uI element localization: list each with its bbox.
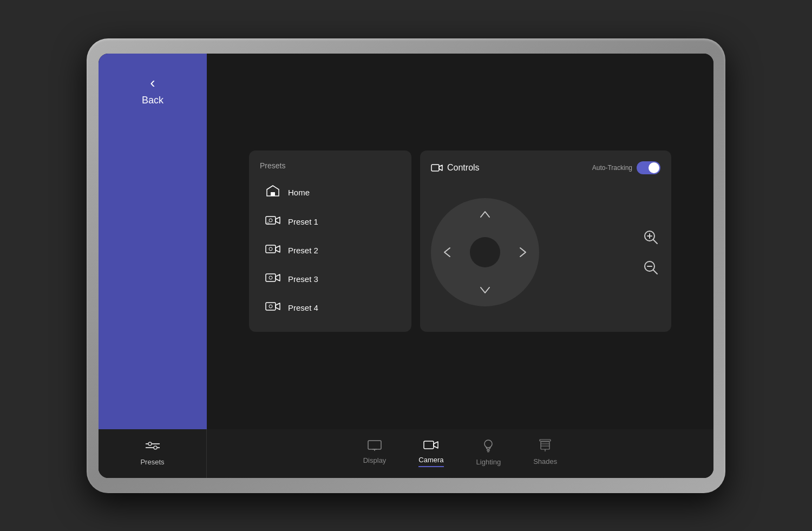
home-camera-icon	[265, 185, 280, 200]
back-label: Back	[142, 95, 163, 106]
lighting-tab-icon	[482, 438, 494, 455]
zoom-buttons	[641, 227, 660, 277]
zoom-out-button[interactable]	[641, 258, 660, 277]
camera-preset4-icon	[265, 301, 280, 314]
presets-panel: Presets	[249, 150, 411, 332]
controls-header: Controls Auto-Tracking	[431, 161, 660, 174]
svg-rect-6	[266, 274, 276, 281]
dpad-left-button[interactable]	[438, 244, 456, 261]
preset-2-label: Preset 2	[288, 246, 318, 255]
device-screen: ‹ Back Presets	[99, 54, 713, 478]
display-tab-icon	[368, 440, 382, 453]
svg-point-20	[148, 442, 152, 445]
toggle-knob	[649, 162, 659, 173]
auto-tracking-group: Auto-Tracking	[592, 161, 660, 174]
controls-panel: Controls Auto-Tracking	[420, 150, 671, 332]
zoom-in-button[interactable]	[641, 227, 660, 247]
dpad-down-button[interactable]	[476, 281, 494, 299]
nav-tabs: Display Camera	[207, 438, 713, 468]
svg-line-17	[653, 270, 657, 274]
preset-item-home[interactable]: Home	[260, 179, 401, 206]
nav-tab-camera[interactable]: Camera	[418, 440, 443, 467]
svg-rect-29	[540, 440, 551, 441]
content-area: Presets	[207, 54, 713, 429]
preset-item-4[interactable]: Preset 4	[260, 294, 401, 321]
sidebar: ‹ Back	[99, 54, 207, 429]
svg-rect-8	[266, 303, 276, 310]
dpad-area	[431, 183, 660, 321]
nav-tab-shades[interactable]: Shades	[533, 439, 557, 468]
svg-rect-30	[541, 442, 549, 449]
camera-preset1-icon: ①	[265, 215, 280, 228]
dpad-up-button[interactable]	[476, 206, 494, 223]
preset-1-label: Preset 1	[288, 217, 318, 226]
back-button[interactable]: ‹ Back	[142, 75, 163, 106]
preset-item-2[interactable]: Preset 2	[260, 237, 401, 264]
dpad-right-button[interactable]	[514, 244, 532, 261]
camera-preset3-icon	[265, 272, 280, 286]
svg-point-9	[269, 305, 272, 308]
nav-presets-label: Presets	[140, 458, 164, 466]
preset-item-1[interactable]: ① Preset 1	[260, 208, 401, 235]
panels-row: Presets	[249, 150, 671, 332]
svg-rect-0	[271, 192, 275, 196]
shades-tab-icon	[539, 439, 551, 454]
back-chevron-icon: ‹	[150, 75, 155, 90]
svg-rect-25	[424, 441, 434, 449]
svg-text:①: ①	[266, 221, 270, 225]
preset-item-3[interactable]: Preset 3	[260, 266, 401, 292]
device-frame: ‹ Back Presets	[87, 38, 725, 493]
main-area: ‹ Back Presets	[99, 54, 713, 429]
camera-preset2-icon	[265, 244, 280, 257]
svg-rect-22	[368, 441, 381, 449]
camera-tab-icon	[423, 440, 438, 453]
dpad-circle	[431, 198, 539, 306]
preset-3-label: Preset 3	[288, 274, 318, 284]
auto-tracking-toggle[interactable]	[637, 161, 660, 174]
preset-list: Home ①	[260, 179, 401, 321]
svg-point-5	[269, 247, 272, 251]
lighting-tab-label: Lighting	[476, 458, 501, 466]
bottom-nav: Presets Display	[99, 429, 713, 478]
preset-home-label: Home	[288, 188, 310, 197]
svg-point-7	[269, 276, 272, 279]
svg-point-26	[484, 440, 492, 448]
display-tab-label: Display	[363, 456, 387, 464]
auto-tracking-label: Auto-Tracking	[592, 164, 632, 172]
nav-tab-lighting[interactable]: Lighting	[476, 438, 501, 468]
svg-rect-10	[431, 165, 439, 171]
nav-presets-section[interactable]: Presets	[99, 429, 207, 478]
shades-tab-label: Shades	[533, 457, 557, 466]
svg-rect-4	[266, 245, 276, 253]
svg-line-14	[653, 240, 657, 244]
camera-tab-label: Camera	[418, 456, 443, 464]
camera-controls-icon	[431, 163, 443, 172]
controls-title-group: Controls	[431, 163, 480, 173]
presets-panel-title: Presets	[260, 161, 401, 170]
nav-tab-display[interactable]: Display	[363, 440, 387, 467]
controls-title: Controls	[447, 163, 480, 173]
svg-point-21	[154, 446, 157, 449]
dpad-center-button[interactable]	[470, 237, 500, 267]
presets-nav-icon	[146, 441, 160, 455]
preset-4-label: Preset 4	[288, 303, 318, 312]
